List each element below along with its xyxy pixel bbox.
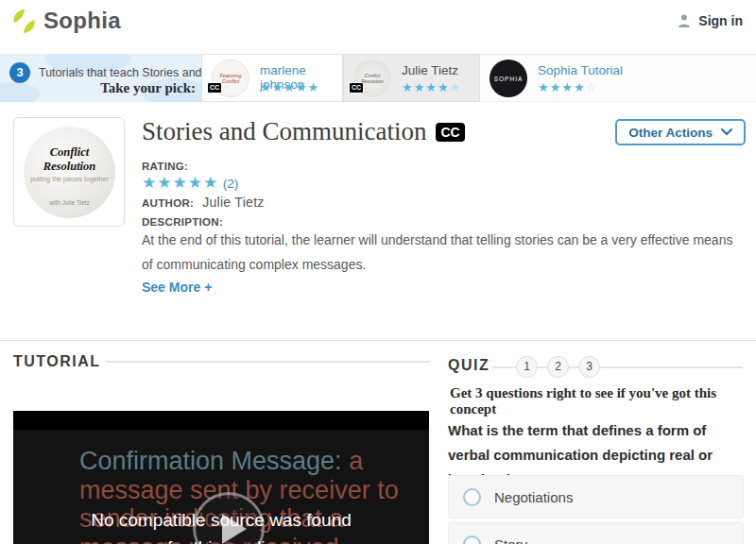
top-header: Sophia Sign in xyxy=(0,0,756,47)
radio-button[interactable] xyxy=(463,488,481,506)
cc-icon: CC xyxy=(349,82,364,94)
brand-name: Sophia xyxy=(43,8,121,34)
star-rating: ★★★★★ xyxy=(402,80,461,94)
option-label: Story xyxy=(494,536,527,544)
see-more-link[interactable]: See More + xyxy=(142,280,212,295)
video-error-message: No compatible source was found for this … xyxy=(13,506,429,544)
radio-button[interactable] xyxy=(463,536,481,544)
tutorial-cover-image: Conflict Resolution putting the pieces t… xyxy=(24,127,115,218)
author-row: AUTHOR:Julie Tietz xyxy=(142,195,265,210)
take-your-pick-text: Take your pick: xyxy=(100,80,196,96)
description-label: DESCRIPTION: xyxy=(142,216,223,228)
other-actions-button[interactable]: Other Actions xyxy=(615,119,746,145)
quiz-section-heading: QUIZ xyxy=(448,357,490,374)
tutorial-cover-box: Conflict Resolution putting the pieces t… xyxy=(13,117,125,227)
sophia-logo[interactable]: Sophia xyxy=(11,8,121,34)
sophia-leaf-icon xyxy=(11,8,37,34)
author-label: AUTHOR: xyxy=(142,197,194,209)
other-actions-label: Other Actions xyxy=(628,126,713,140)
page-title: Stories and Communication CC xyxy=(142,117,465,146)
tutorial-count-badge: 3 xyxy=(9,62,30,83)
cc-icon: CC xyxy=(207,82,222,94)
quiz-tagline: Get 3 questions right to see if you've g… xyxy=(450,385,745,417)
star-rating: ★★★★★ xyxy=(260,80,319,94)
page: Sophia Sign in 3 Tutorials that teach St… xyxy=(0,0,756,544)
section-divider xyxy=(0,340,756,341)
star-rating: ★★★★☆ xyxy=(538,80,597,94)
tutorial-section-heading: TUTORIAL xyxy=(13,353,101,370)
related-tutorials-bar: 3 Tutorials that teach Stories and Take … xyxy=(0,54,756,102)
related-intro-panel: 3 Tutorials that teach Stories and Take … xyxy=(0,54,201,102)
video-top-bar xyxy=(13,411,429,430)
option-label: Negotiations xyxy=(494,489,573,505)
related-tab-sophia-tutorial[interactable]: SOPHIA Sophia Tutorial ★★★★☆ xyxy=(480,54,756,102)
rating-row: ★★★★★ (2) xyxy=(142,173,238,193)
tutorial-heading-rule xyxy=(106,361,430,363)
description-text: At the end of this tutorial, the learner… xyxy=(142,228,747,277)
related-tab-marlene-johnson[interactable]: Featuring Conflict CC marlene johnson ★★… xyxy=(201,54,343,102)
author-label: Julie Tietz xyxy=(402,63,458,77)
cover-subtitle: putting the pieces together xyxy=(30,176,109,182)
cover-byline: with Julie Tietz xyxy=(49,199,89,206)
person-icon xyxy=(677,13,692,28)
sophia-thumbnail: SOPHIA xyxy=(490,60,527,97)
author-name: Julie Tietz xyxy=(202,195,265,210)
quiz-step-2: 2 xyxy=(547,356,569,378)
closed-captions-badge: CC xyxy=(436,123,464,142)
quiz-option-story[interactable]: Story xyxy=(448,522,744,544)
tutorial-title: Stories and Communication xyxy=(142,117,426,146)
rating-count-link[interactable]: (2) xyxy=(223,177,239,191)
author-link[interactable]: Sophia Tutorial xyxy=(538,63,623,77)
video-player[interactable]: Confirmation Message: a message sent by … xyxy=(13,411,429,544)
related-intro-text: Tutorials that teach Stories and xyxy=(39,66,201,79)
chevron-down-icon xyxy=(721,128,732,136)
quiz-option-negotiations[interactable]: Negotiations xyxy=(448,475,744,518)
cloud-decoration xyxy=(0,82,40,102)
related-tab-julie-tietz-selected[interactable]: Conflict Resolution CC Julie Tietz ★★★★★ xyxy=(343,54,480,102)
cover-title: Conflict Resolution xyxy=(24,145,115,174)
rating-stars: ★★★★★ xyxy=(142,174,218,192)
quiz-step-3: 3 xyxy=(578,356,600,378)
rating-label: RATING: xyxy=(142,161,188,172)
sign-in-button[interactable]: Sign in xyxy=(677,13,743,28)
sign-in-label: Sign in xyxy=(698,13,743,28)
quiz-step-1: 1 xyxy=(516,356,538,378)
